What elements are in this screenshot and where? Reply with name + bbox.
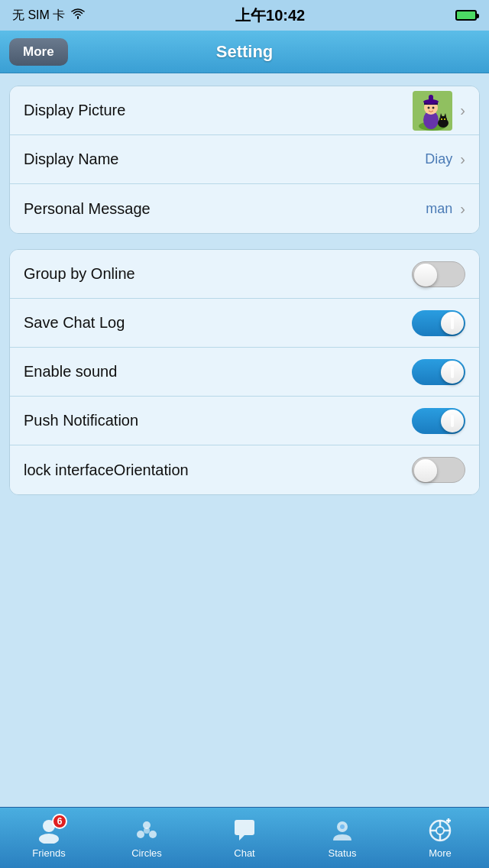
- push-notification-label: Push Notification: [24, 412, 138, 429]
- display-name-row[interactable]: Display Name Diay ›: [10, 135, 479, 184]
- enable-sound-row: Enable sound: [10, 348, 479, 397]
- tab-more-label: More: [429, 847, 452, 859]
- display-picture-row[interactable]: Display Picture: [10, 86, 479, 135]
- status-time: 上午10:42: [235, 5, 305, 26]
- tab-friends-label: Friends: [32, 847, 65, 859]
- profile-section: Display Picture: [9, 86, 480, 234]
- personal-message-label: Personal Message: [24, 200, 151, 218]
- svg-point-7: [432, 106, 435, 108]
- push-notification-toggle[interactable]: [412, 408, 465, 434]
- save-chat-log-row: Save Chat Log: [10, 299, 479, 348]
- svg-point-23: [436, 827, 444, 834]
- tab-bar: 6 Friends Circles Chat: [0, 807, 489, 868]
- svg-rect-5: [429, 95, 433, 102]
- display-name-chevron: ›: [460, 151, 465, 168]
- battery-area: [455, 10, 477, 21]
- more-icon: [426, 817, 454, 844]
- toggle-knob: [414, 459, 437, 482]
- tab-circles[interactable]: Circles: [98, 808, 196, 868]
- back-button[interactable]: More: [9, 38, 68, 66]
- toggle-knob: [441, 410, 464, 432]
- lock-interface-row: lock interfaceOrientation: [10, 445, 479, 494]
- save-chat-log-toggle[interactable]: [412, 310, 465, 336]
- circles-icon: [133, 817, 160, 844]
- status-bar: 无 SIM 卡 上午10:42: [0, 0, 489, 31]
- personal-message-right: man ›: [426, 200, 465, 218]
- toggle-bar: [451, 366, 454, 378]
- svg-point-18: [149, 831, 157, 838]
- toggles-section: Group by Online Save Chat Log Enable sou…: [9, 249, 480, 495]
- avatar-thumbnail: [413, 91, 452, 131]
- svg-point-19: [144, 828, 150, 834]
- toggle-knob: [441, 312, 464, 335]
- tab-status-label: Status: [329, 847, 357, 859]
- carrier-wifi: 无 SIM 卡: [12, 8, 85, 24]
- toggle-knob: [414, 264, 437, 287]
- lock-interface-toggle[interactable]: [412, 457, 465, 483]
- svg-point-13: [444, 118, 445, 120]
- status-icon: [329, 817, 356, 844]
- svg-point-6: [428, 106, 430, 108]
- toggle-bar: [451, 317, 454, 329]
- friends-badge: 6: [52, 814, 67, 829]
- personal-message-row[interactable]: Personal Message man ›: [10, 184, 479, 233]
- battery-icon: [455, 10, 477, 21]
- group-by-online-label: Group by Online: [24, 265, 135, 283]
- display-name-label: Display Name: [24, 151, 118, 168]
- display-picture-chevron: ›: [460, 102, 465, 119]
- tab-friends[interactable]: 6 Friends: [0, 808, 98, 868]
- tab-chat[interactable]: Chat: [196, 808, 293, 868]
- svg-point-15: [39, 834, 59, 844]
- display-picture-right: ›: [413, 91, 465, 131]
- svg-point-21: [340, 824, 345, 829]
- tab-chat-label: Chat: [234, 847, 254, 859]
- nav-title: Setting: [216, 42, 274, 62]
- toggle-bar: [451, 415, 454, 427]
- save-chat-log-label: Save Chat Log: [24, 314, 125, 332]
- svg-point-12: [441, 118, 442, 120]
- display-name-right: Diay ›: [425, 151, 465, 168]
- tab-status[interactable]: Status: [293, 808, 391, 868]
- lock-interface-label: lock interfaceOrientation: [24, 462, 189, 479]
- chat-icon: [231, 817, 258, 844]
- personal-message-value: man: [426, 201, 452, 217]
- display-picture-label: Display Picture: [24, 102, 125, 119]
- wifi-icon: [71, 8, 85, 22]
- svg-point-17: [137, 831, 144, 838]
- group-by-online-toggle[interactable]: [412, 261, 465, 287]
- group-by-online-row: Group by Online: [10, 250, 479, 299]
- svg-point-9: [439, 116, 447, 122]
- personal-message-chevron: ›: [460, 200, 465, 218]
- nav-bar: More Setting: [0, 31, 489, 73]
- display-name-value: Diay: [425, 151, 452, 167]
- carrier-text: 无 SIM 卡: [12, 8, 65, 24]
- content-area: Display Picture: [0, 73, 489, 807]
- enable-sound-toggle[interactable]: [412, 359, 465, 385]
- tab-circles-label: Circles: [131, 847, 162, 859]
- push-notification-row: Push Notification: [10, 397, 479, 445]
- toggle-knob: [441, 361, 464, 384]
- friends-icon: 6: [35, 817, 63, 844]
- tab-more[interactable]: More: [391, 808, 489, 868]
- enable-sound-label: Enable sound: [24, 363, 117, 381]
